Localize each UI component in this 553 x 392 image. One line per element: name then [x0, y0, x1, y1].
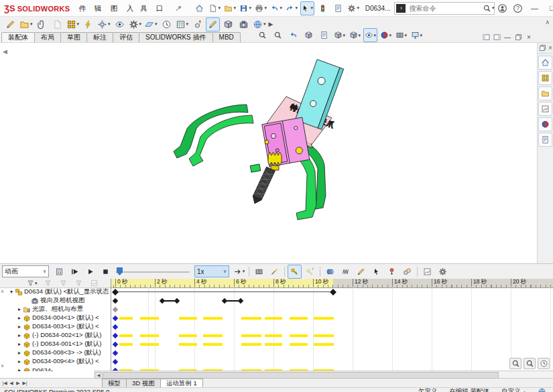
assembly-features-button[interactable]: ▾ — [128, 17, 143, 31]
change-bar[interactable] — [314, 334, 334, 337]
change-bar[interactable] — [290, 343, 308, 346]
exploded-view-button[interactable] — [190, 17, 204, 31]
home-tab[interactable] — [538, 56, 552, 70]
dropdown-caret-icon[interactable]: ▾ — [420, 33, 423, 38]
change-bar[interactable] — [314, 343, 334, 346]
key-diamond[interactable] — [160, 298, 165, 303]
tree-scroll-up-icon[interactable]: ∧ — [1, 289, 4, 294]
add-key-button[interactable] — [303, 265, 317, 279]
search-caret-icon[interactable]: ▾ — [492, 5, 495, 11]
tab-评估[interactable]: 评估 — [113, 32, 139, 42]
mate-button[interactable] — [35, 17, 49, 31]
contact-button[interactable] — [400, 265, 414, 279]
key-diamond[interactable] — [113, 350, 118, 355]
change-bar[interactable] — [241, 317, 261, 320]
slider-thumb[interactable] — [117, 267, 123, 275]
motion-study-properties-button[interactable] — [436, 265, 450, 279]
timeline-row-7[interactable] — [111, 348, 553, 357]
document-name[interactable]: D0634... — [365, 5, 391, 12]
tree-item-8[interactable]: ▸D0634-009<4> (默认) < — [0, 357, 111, 366]
doc-tab-3D 视图[interactable]: 3D 视图 — [126, 379, 161, 387]
edit-component-button[interactable] — [3, 17, 17, 31]
maximize-button[interactable]: □ — [543, 1, 553, 16]
prev-tab-icon[interactable]: ◀ — [8, 381, 15, 386]
print-button[interactable]: ▾ — [254, 1, 268, 15]
change-bar[interactable] — [290, 317, 308, 320]
dropdown-caret-icon[interactable]: ▾ — [343, 33, 346, 38]
expand-icon[interactable]: ▸ — [16, 358, 23, 365]
change-bar[interactable] — [241, 334, 261, 337]
tree-item-5[interactable]: ▸(-) D0634-002<1> (默认) — [0, 331, 111, 340]
key-diamond[interactable] — [238, 298, 243, 303]
command-search[interactable]: › ▾ — [394, 2, 495, 15]
key-diamond[interactable] — [113, 332, 118, 338]
minimize-button[interactable]: — — [526, 1, 543, 16]
design-library-tab[interactable] — [538, 71, 552, 85]
key-diamond[interactable] — [222, 298, 227, 303]
search-icon[interactable] — [483, 4, 491, 13]
dropdown-caret-icon[interactable]: ▾ — [108, 21, 111, 27]
toolbar-overflow-icon[interactable]: ▶ — [269, 21, 273, 27]
tree-item-2[interactable]: ▸光源、相机与布景 — [0, 305, 111, 314]
filter-funnel-icon[interactable] — [27, 279, 34, 287]
dropdown-caret-icon[interactable]: ▾ — [77, 21, 80, 27]
interference-detection-button[interactable] — [221, 17, 235, 31]
filter-caret-icon[interactable]: ▾ — [35, 281, 38, 286]
change-bar[interactable] — [265, 317, 282, 320]
zoom-to-fit-button[interactable] — [255, 28, 269, 42]
instant3d-button[interactable] — [206, 17, 220, 31]
graphics-area[interactable]: ◀ 特曲法兰夹爪 — [0, 43, 553, 263]
dropdown-caret-icon[interactable]: ▾ — [186, 21, 189, 27]
results-and-plots-button[interactable] — [420, 265, 434, 279]
view-settings-button[interactable]: ▾ — [410, 28, 424, 42]
section-view-button[interactable] — [302, 28, 316, 42]
dropdown-caret-icon[interactable]: ▾ — [249, 5, 251, 11]
doc-minimize-button[interactable]: — — [502, 34, 513, 41]
doc-tab-运动算例 1[interactable]: 运动算例 1 — [160, 379, 203, 387]
playback-speed-dropdown[interactable]: 1x ∨ — [194, 265, 229, 277]
change-bar[interactable] — [140, 317, 159, 320]
timeline-row-2[interactable] — [111, 305, 553, 314]
undo-button[interactable]: ▾ — [269, 1, 284, 15]
tree-item-3[interactable]: ▸D0634-004<1> (默认) < — [0, 314, 111, 322]
select-button[interactable] — [369, 265, 383, 279]
change-bar[interactable] — [203, 317, 223, 320]
tab-SOLIDWORKS 插件[interactable]: SOLIDWORKS 插件 — [139, 32, 213, 42]
dropdown-caret-icon[interactable]: ▾ — [218, 5, 221, 11]
timeline-fit-icon[interactable] — [538, 358, 550, 369]
split-left-icon[interactable] — [481, 33, 491, 42]
expand-icon[interactable]: ▸ — [16, 367, 23, 371]
change-bar[interactable] — [265, 343, 282, 346]
tab-MBD[interactable]: MBD — [212, 32, 241, 42]
tree-scroll-down-icon[interactable]: ∨ — [1, 363, 4, 369]
previous-view-button[interactable] — [286, 28, 300, 42]
tab-标注[interactable]: 标注 — [86, 32, 113, 42]
tree-item-0[interactable]: ▾D0634 (默认) <默认_显示状态 — [0, 287, 111, 296]
timeline-row-4[interactable] — [111, 322, 553, 331]
view-orientation-button[interactable]: ▾ — [332, 28, 347, 42]
change-bar[interactable] — [140, 343, 159, 346]
animation-wizard-button[interactable] — [267, 265, 282, 279]
timeline-horizontal-scrollbar[interactable]: ◀ — [94, 371, 553, 378]
view-palette-tab[interactable] — [538, 102, 552, 116]
timeline-row-1[interactable] — [111, 296, 553, 305]
change-bar[interactable] — [265, 334, 282, 337]
dropdown-caret-icon[interactable]: ▾ — [263, 21, 266, 27]
show-hidden-components-button[interactable] — [113, 17, 127, 31]
expand-icon[interactable]: ▸ — [16, 332, 23, 338]
rebuild-button[interactable] — [316, 1, 330, 15]
dropdown-caret-icon[interactable]: ▾ — [405, 33, 408, 38]
tab-草图[interactable]: 草图 — [60, 32, 87, 42]
key-diamond[interactable] — [113, 306, 118, 312]
hide-show-items-button[interactable]: ▾ — [363, 28, 377, 42]
take-snapshot-button[interactable] — [237, 17, 251, 31]
timeline-ruler[interactable]: 0 秒2 秒4 秒6 秒8 秒10 秒12 秒14 秒16 秒18 秒20 秒 — [111, 279, 553, 288]
dynamic-annotation-views-button[interactable] — [317, 28, 331, 42]
key-diamond[interactable] — [113, 298, 118, 303]
tab-布局[interactable]: 布局 — [34, 32, 61, 42]
insert-components-button[interactable]: ▾ — [19, 17, 34, 31]
file-explorer-tab[interactable] — [538, 86, 552, 101]
reference-geometry-button[interactable]: ▾ — [143, 17, 158, 31]
dropdown-caret-icon[interactable]: ▾ — [139, 21, 142, 27]
account-button[interactable] — [495, 1, 509, 15]
